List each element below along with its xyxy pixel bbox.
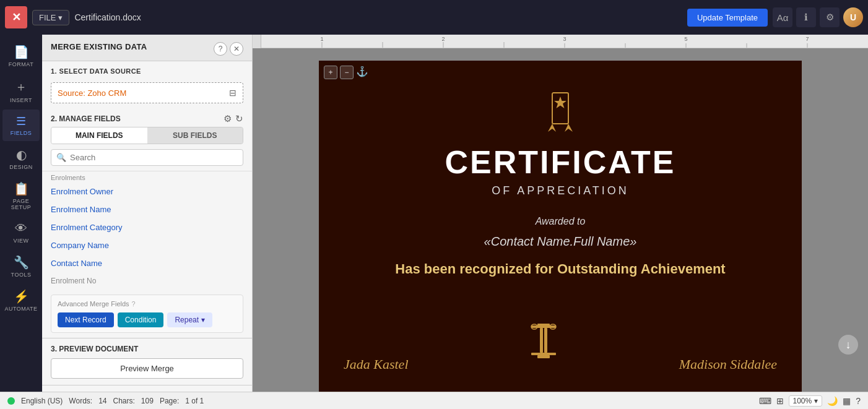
sidebar-item-automate[interactable]: ⚡ AUTOMATE xyxy=(2,284,40,317)
filter-icon[interactable]: ⊟ xyxy=(229,88,237,98)
scroll-down-button[interactable]: ↓ xyxy=(838,335,858,355)
ruler-corner xyxy=(253,35,261,48)
refresh-icon[interactable]: ↻ xyxy=(235,113,243,124)
words-label: Words: xyxy=(69,397,92,405)
svg-rect-19 xyxy=(531,325,556,328)
svg-text:5: 5 xyxy=(684,36,687,42)
sidebar-item-view-label: VIEW xyxy=(13,238,28,244)
keyboard-icon[interactable]: ⌨ xyxy=(759,396,771,406)
sidebar-item-page-setup-label: PAGE SETUP xyxy=(5,198,37,210)
manage-fields-icons: ⚙ ↻ xyxy=(224,113,243,124)
data-source-row[interactable]: Source: Zoho CRM ⊟ xyxy=(51,82,243,103)
field-item-contact-name[interactable]: Contact Name xyxy=(42,254,252,272)
fields-icon: ☰ xyxy=(16,114,26,128)
certificate-title: CERTIFICATE xyxy=(445,144,676,181)
help-icon[interactable]: ? xyxy=(856,396,861,406)
automate-icon: ⚡ xyxy=(14,289,29,304)
sidebar-item-insert-label: INSERT xyxy=(10,97,32,103)
svg-text:7: 7 xyxy=(805,36,809,42)
svg-rect-22 xyxy=(531,353,556,355)
field-item-enrolment-category[interactable]: Enrolment Category xyxy=(42,218,252,236)
source-name: Zoho CRM xyxy=(87,88,126,98)
preview-section-label: 3. PREVIEW DOCUMENT xyxy=(51,345,243,353)
sidebar-item-view[interactable]: 👁 VIEW xyxy=(2,217,40,249)
certificate-footer: Jada Kastel xyxy=(344,321,777,372)
field-item-enrolment-no[interactable]: Enrolment No xyxy=(42,272,252,290)
close-panel-button[interactable]: ✕ xyxy=(230,42,243,56)
tools-icon: 🔧 xyxy=(14,255,29,270)
file-dropdown-arrow: ▾ xyxy=(58,13,63,22)
sidebar-item-fields-label: FIELDS xyxy=(11,130,32,136)
preview-merge-button[interactable]: Preview Merge xyxy=(51,358,243,379)
field-item-enrolment-name[interactable]: Enrolment Name xyxy=(42,200,252,218)
certificate-badge xyxy=(539,92,582,137)
doc-plus-button[interactable]: + xyxy=(324,66,337,79)
doc-area: 1 2 3 5 7 xyxy=(253,35,868,392)
update-template-button[interactable]: Update Template xyxy=(687,9,768,27)
data-source-text: Source: Zoho CRM xyxy=(58,88,126,98)
choose-output-section: 4. CHOOSE OUTPUT Merge to new document..… xyxy=(42,385,252,392)
page-value: 1 of 1 xyxy=(185,397,204,405)
file-name: Certification.docx xyxy=(74,12,682,22)
search-input[interactable] xyxy=(70,153,238,162)
moon-icon[interactable]: 🌙 xyxy=(827,396,838,406)
certificate-subtitle: OF APPRECIATION xyxy=(492,184,629,197)
svg-rect-20 xyxy=(540,328,543,353)
status-bar-right: ⌨ ⊞ 100% ▾ 🌙 ▦ ? xyxy=(759,395,861,407)
condition-button[interactable]: Condition xyxy=(118,312,164,327)
sidebar-item-insert[interactable]: ＋ INSERT xyxy=(2,74,40,108)
field-item-company-name[interactable]: Company Name xyxy=(42,236,252,254)
sidebar-item-format-label: FORMAT xyxy=(9,61,33,67)
signature-right: Madison Siddalee xyxy=(679,356,777,372)
close-button[interactable]: ✕ xyxy=(5,6,27,28)
signature-left: Jada Kastel xyxy=(344,356,409,372)
page-label: Page: xyxy=(160,397,179,405)
advanced-merge-section: Advanced Merge Fields ? Next Record Cond… xyxy=(51,295,243,333)
layout-icon[interactable]: ⊞ xyxy=(776,396,784,406)
repeat-button[interactable]: Repeat ▾ xyxy=(167,312,212,327)
user-avatar[interactable]: U xyxy=(843,7,863,27)
sidebar-item-tools[interactable]: 🔧 TOOLS xyxy=(2,250,40,283)
panel-header-icons: ? ✕ xyxy=(214,42,243,56)
view-icon: 👁 xyxy=(15,222,27,236)
source-prefix: Source: xyxy=(58,88,87,98)
settings-icon[interactable]: ⚙ xyxy=(224,113,232,124)
grid-view-icon[interactable]: ▦ xyxy=(843,396,851,406)
sidebar-item-fields[interactable]: ☰ FIELDS xyxy=(2,110,40,141)
zoom-dropdown-arrow: ▾ xyxy=(814,397,818,405)
field-item-enrolment-owner[interactable]: Enrolment Owner xyxy=(42,183,252,200)
icon-sidebar: 📄 FORMAT ＋ INSERT ☰ FIELDS ◐ DESIGN 📋 PA… xyxy=(0,35,42,392)
advanced-help-icon[interactable]: ? xyxy=(132,300,136,308)
doc-minus-button[interactable]: − xyxy=(340,66,354,79)
sidebar-item-format[interactable]: 📄 FORMAT xyxy=(2,40,40,72)
search-row: 🔍 xyxy=(51,149,243,166)
svg-marker-17 xyxy=(554,97,566,108)
next-record-button[interactable]: Next Record xyxy=(58,312,114,327)
doc-anchor-icon[interactable]: ⚓ xyxy=(356,66,368,77)
pillar-icon xyxy=(525,321,562,372)
help-icon-button[interactable]: ? xyxy=(214,42,227,56)
info-icon-button[interactable]: ℹ xyxy=(796,7,816,27)
status-indicator xyxy=(7,397,15,405)
zoom-control[interactable]: 100% ▾ xyxy=(789,395,823,407)
main-layout: 📄 FORMAT ＋ INSERT ☰ FIELDS ◐ DESIGN 📋 PA… xyxy=(0,35,868,392)
gear-icon-button[interactable]: ⚙ xyxy=(820,7,840,27)
tab-sub-fields[interactable]: SUB FIELDS xyxy=(147,127,243,144)
design-icon: ◐ xyxy=(16,147,27,162)
certificate-document: + − ⚓ CERTIFICATE OF APPRECI xyxy=(319,61,802,392)
svg-text:1: 1 xyxy=(320,36,323,42)
sidebar-item-page-setup[interactable]: 📋 PAGE SETUP xyxy=(2,176,40,215)
language-label: English (US) xyxy=(21,397,63,405)
page-setup-icon: 📋 xyxy=(14,181,29,196)
merge-panel: MERGE EXISTING DATA ? ✕ 1. SELECT DATA S… xyxy=(42,35,253,392)
tab-main-fields[interactable]: MAIN FIELDS xyxy=(51,127,147,144)
file-menu-button[interactable]: FILE ▾ xyxy=(32,10,69,25)
sidebar-item-automate-label: AUTOMATE xyxy=(4,306,37,312)
manage-fields-title: 2. MANAGE FIELDS xyxy=(51,114,121,123)
doc-scroll[interactable]: + − ⚓ CERTIFICATE OF APPRECI xyxy=(253,48,868,392)
chars-count: 109 xyxy=(141,397,154,405)
aa-icon-button[interactable]: Aα xyxy=(773,7,792,27)
svg-rect-21 xyxy=(544,328,547,353)
panel-title: MERGE EXISTING DATA xyxy=(51,42,147,51)
sidebar-item-design[interactable]: ◐ DESIGN xyxy=(2,142,40,175)
